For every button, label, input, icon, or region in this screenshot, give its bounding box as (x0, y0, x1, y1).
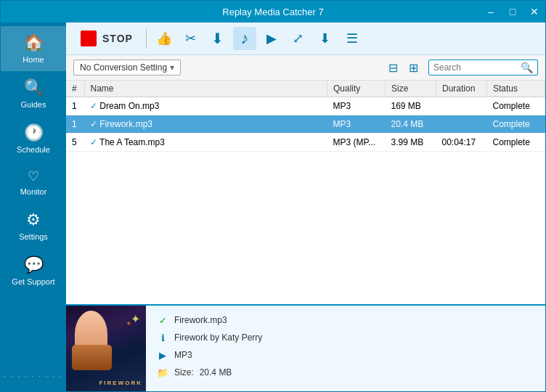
row-size: 169 MB (386, 97, 436, 115)
row-name: ✓ Dream On.mp3 (84, 97, 327, 115)
table-row[interactable]: 5 ✓ The A Team.mp3 MP3 (MP... 3.99 MB 00… (66, 134, 545, 152)
settings-icon: ⚙ (26, 211, 41, 229)
bottom-info: ✓ Firework.mp3 ℹ Firework by Katy Perry … (146, 306, 273, 391)
dropdown-arrow-icon: ▾ (170, 62, 174, 73)
app-window: Replay Media Catcher 7 – □ ✕ 🏠 Home 🔍 Gu… (0, 0, 546, 392)
table-row[interactable]: 1 ✓ Dream On.mp3 MP3 169 MB Complete (66, 97, 545, 115)
sidebar-label-guides: Guides (21, 100, 46, 109)
music-button[interactable]: ♪ (233, 27, 256, 50)
sidebar-label-settings: Settings (19, 232, 48, 241)
row-duration (436, 97, 487, 115)
info-artist: Firework by Katy Perry (174, 332, 262, 343)
row-num: 1 (66, 115, 84, 134)
info-filename: Firework.mp3 (174, 315, 227, 325)
info-artist-row: ℹ Firework by Katy Perry (157, 332, 262, 343)
monitor-icon: ♡ (28, 168, 39, 184)
row-duration: 00:04:17 (436, 134, 487, 152)
check-green-icon: ✓ (157, 314, 168, 326)
sidebar-item-settings[interactable]: ⚙ Settings (1, 203, 66, 248)
info-filename-row: ✓ Firework.mp3 (157, 314, 262, 326)
close-button[interactable]: ✕ (523, 1, 545, 23)
check-icon: ✓ (90, 119, 97, 129)
window-title: Replay Media Catcher 7 (222, 7, 323, 17)
file-table: # Name Quality Size Duration Status 1 ✓ … (66, 81, 545, 152)
table-row[interactable]: 1 ✓ Firework.mp3 MP3 20.4 MB Complete (66, 115, 545, 134)
scissors-button[interactable]: ✂ (179, 27, 203, 50)
info-size-label: Size: (174, 367, 194, 377)
title-controls: – □ ✕ (480, 1, 545, 23)
row-num: 1 (66, 97, 84, 115)
check-icon: ✓ (90, 101, 97, 111)
header-name: Name (84, 81, 327, 97)
stop-label: STOP (102, 33, 133, 44)
check-icon: ✓ (90, 137, 97, 147)
download-button[interactable]: ⬇ (206, 27, 229, 50)
main-layout: 🏠 Home 🔍 Guides 🕐 Schedule ♡ Monitor ⚙ S… (1, 23, 545, 391)
guides-icon: 🔍 (24, 78, 44, 97)
home-icon: 🏠 (24, 33, 44, 52)
row-quality: MP3 (327, 97, 386, 115)
sidebar-label-home: Home (23, 55, 44, 64)
toolbar: STOP 👍 ✂ ⬇ ♪ ▶ ⤢ ⬇ ☰ (66, 23, 545, 55)
header-size: Size (386, 81, 436, 97)
header-num: # (66, 81, 84, 97)
sidebar-item-support[interactable]: 💬 Get Support (1, 248, 66, 293)
file-table-area: # Name Quality Size Duration Status 1 ✓ … (66, 81, 545, 304)
video-button[interactable]: ▶ (260, 27, 283, 50)
thumbs-up-button[interactable]: 👍 (152, 27, 176, 50)
row-duration (436, 115, 487, 134)
conversion-dropdown[interactable]: No Conversion Setting ▾ (73, 60, 181, 75)
search-input[interactable] (433, 62, 521, 73)
row-status: Complete (487, 134, 545, 152)
maximize-button[interactable]: □ (502, 1, 523, 23)
row-status: Complete (487, 115, 545, 134)
bottom-panel: FIREWORK ✦ ✦ ✓ Firework.mp3 ℹ Firework b… (66, 304, 545, 391)
sidebar-label-support: Get Support (12, 277, 54, 286)
sidebar-dots: · · · · · · · · · (4, 365, 62, 388)
info-size-row: 📁 Size: 20.4 MB (157, 367, 262, 378)
row-name: ✓ Firework.mp3 (84, 115, 327, 134)
header-quality: Quality (327, 81, 386, 97)
list-view-button[interactable]: ⊟ (383, 58, 402, 77)
download2-button[interactable]: ⬇ (314, 27, 337, 50)
schedule-icon: 🕐 (24, 123, 44, 142)
menu-button[interactable]: ☰ (341, 27, 364, 50)
view-toggle: ⊟ ⊞ (383, 58, 423, 77)
row-size: 20.4 MB (386, 115, 436, 134)
toolbar-separator (146, 28, 147, 49)
sidebar-item-home[interactable]: 🏠 Home (1, 26, 66, 71)
grid-view-button[interactable]: ⊞ (404, 58, 423, 77)
stop-icon (81, 30, 97, 46)
content-area: STOP 👍 ✂ ⬇ ♪ ▶ ⤢ ⬇ ☰ No Conversion Setti… (66, 23, 545, 391)
row-quality: MP3 (MP... (327, 134, 386, 152)
row-size: 3.99 MB (386, 134, 436, 152)
folder-icon: 📁 (157, 367, 168, 378)
search-box: 🔍 (428, 60, 538, 75)
sidebar-item-schedule[interactable]: 🕐 Schedule (1, 116, 66, 161)
sidebar-item-guides[interactable]: 🔍 Guides (1, 71, 66, 116)
table-header-row: # Name Quality Size Duration Status (66, 81, 545, 97)
header-status: Status (487, 81, 545, 97)
album-art: FIREWORK ✦ ✦ (66, 306, 146, 391)
row-name: ✓ The A Team.mp3 (84, 134, 327, 152)
support-icon: 💬 (24, 256, 44, 274)
sub-toolbar: No Conversion Setting ▾ ⊟ ⊞ 🔍 (66, 55, 545, 81)
sidebar-label-monitor: Monitor (20, 187, 47, 196)
stop-button[interactable]: STOP (73, 27, 140, 50)
info-format: MP3 (174, 350, 192, 360)
header-duration: Duration (436, 81, 487, 97)
album-art-image: FIREWORK ✦ ✦ (66, 306, 146, 391)
info-format-row: ▶ MP3 (157, 349, 262, 361)
row-status: Complete (487, 97, 545, 115)
info-circle-icon: ℹ (157, 332, 168, 343)
minimize-button[interactable]: – (480, 1, 502, 23)
sidebar: 🏠 Home 🔍 Guides 🕐 Schedule ♡ Monitor ⚙ S… (1, 23, 66, 391)
title-bar: Replay Media Catcher 7 – □ ✕ (1, 1, 545, 23)
sidebar-label-schedule: Schedule (17, 145, 50, 154)
sidebar-item-monitor[interactable]: ♡ Monitor (1, 161, 66, 203)
search-icon[interactable]: 🔍 (521, 62, 533, 73)
arrows-button[interactable]: ⤢ (287, 27, 310, 50)
album-text: FIREWORK (99, 380, 142, 386)
info-size-value: 20.4 MB (200, 367, 232, 377)
play-icon: ▶ (157, 349, 168, 361)
